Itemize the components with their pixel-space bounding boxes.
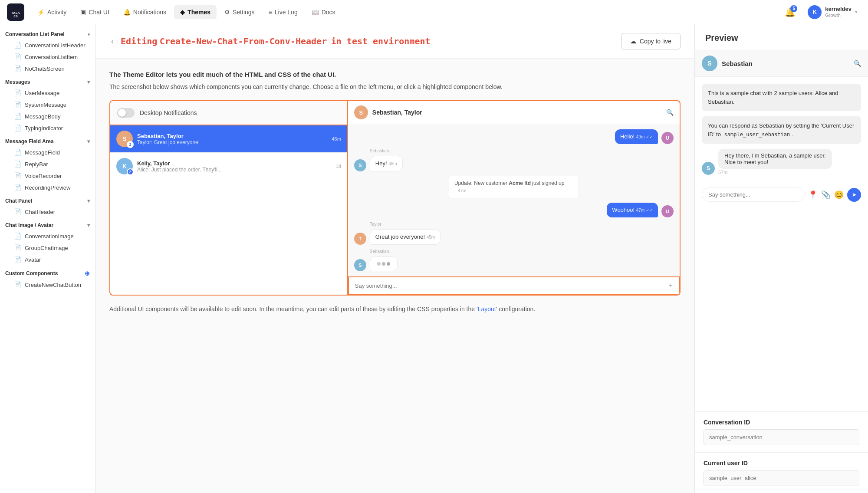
nav-item-chat-ui[interactable]: ▣ Chat UI	[74, 5, 115, 19]
message-row-left: T Taylor Great job everyone! 45m	[354, 222, 674, 245]
section-label: Chat Image / Avatar	[5, 222, 53, 228]
sidebar-item-CreateNewChatButton[interactable]: 📄 CreateNewChatButton •••	[2, 279, 93, 290]
themes-icon: ◈	[180, 9, 185, 16]
sidebar-item-RecordingPreview[interactable]: 📄 RecordingPreview •••	[2, 182, 93, 193]
conv-info: Kelly, Taylor Alice: Just placed the ord…	[137, 160, 332, 173]
nav-right: 🔔 5 K kerneldev Growth ▾	[781, 3, 861, 21]
top-navigation: TALK JS ⚡ Activity ▣ Chat UI 🔔 Notificat…	[0, 0, 868, 24]
logo: TALK JS	[7, 3, 24, 21]
item-label: Avatar	[25, 256, 41, 263]
typing-indicator-row: S Sebastian	[354, 249, 674, 271]
sidebar-section-custom[interactable]: Custom Components ⊕	[0, 266, 95, 279]
sidebar-section-messages[interactable]: Messages ▾	[0, 75, 95, 87]
activity-icon: ⚡	[37, 9, 45, 16]
conversation-list-item[interactable]: K 2 Kelly, Taylor Alice: Just placed the…	[110, 153, 347, 180]
chevron-icon: ▾	[87, 138, 90, 145]
sidebar-item-MessageField[interactable]: 📄 MessageField	[2, 147, 93, 158]
location-icon[interactable]: 📍	[808, 190, 818, 200]
desktop-notifications-toggle[interactable]	[117, 108, 135, 118]
chat-ui-icon: ▣	[80, 9, 86, 16]
page-title: Editing Create-New-Chat-From-Conv-Header…	[121, 36, 616, 46]
file-icon: 📄	[14, 244, 21, 251]
current-user-id-input[interactable]	[704, 470, 859, 486]
sidebar-section-chat-panel[interactable]: Chat Panel ▾	[0, 194, 95, 206]
sidebar-item-NoChatsScreen[interactable]: 📄 NoChatsScreen •••	[2, 63, 93, 74]
back-button[interactable]: ‹	[109, 35, 115, 48]
sidebar-section-message-field[interactable]: Message Field Area ▾	[0, 134, 95, 146]
file-icon: 📄	[14, 233, 21, 240]
sidebar-item-ReplyBar[interactable]: 📄 ReplyBar •••	[2, 158, 93, 170]
sidebar-item-ConversationImage[interactable]: 📄 ConversationImage •••	[2, 230, 93, 242]
send-button[interactable]: ➤	[847, 188, 861, 202]
conversation-list-item-active[interactable]: S 2 Sebastian, Taylor Taylor: Great job …	[110, 125, 347, 153]
conv-preview: Taylor: Great job everyone!	[137, 139, 327, 145]
content-inner: The Theme Editor lets you edit much of t…	[95, 59, 694, 326]
nav-item-settings[interactable]: ⚙ Settings	[218, 5, 261, 19]
user-info: kerneldev Growth	[825, 6, 852, 18]
file-icon: 📄	[14, 256, 21, 263]
preview-chat: S Sebastian 🔍 This is a sample chat with…	[695, 50, 868, 411]
desktop-notif-label: Desktop Notifications	[140, 109, 197, 116]
conv-preview: Alice: Just placed the order. They'll...	[137, 167, 332, 173]
search-icon[interactable]: 🔍	[666, 109, 674, 116]
sidebar-item-GroupChatImage[interactable]: 📄 GroupChatImage •••	[2, 242, 93, 253]
file-icon: 📄	[14, 53, 21, 60]
nav-item-docs[interactable]: 📖 Docs	[306, 5, 342, 19]
chat-messages: U Hello! 49m ✓✓ S Sebastian	[348, 124, 680, 276]
sidebar-item-Avatar[interactable]: 📄 Avatar •••	[2, 254, 93, 265]
message-row-right: U Hello! 49m ✓✓	[354, 129, 674, 144]
sidebar-item-ChatHeader[interactable]: 📄 ChatHeader	[2, 206, 93, 217]
file-icon: 📄	[14, 101, 21, 108]
preview-chat-header: S Sebastian 🔍	[695, 50, 868, 77]
add-component-icon[interactable]: ⊕	[85, 270, 90, 277]
chevron-icon: ▾	[88, 32, 90, 37]
nav-item-notifications[interactable]: 🔔 Notifications	[117, 5, 172, 19]
sidebar-item-TypingIndicator[interactable]: 📄 TypingIndicator •••	[2, 122, 93, 134]
sidebar-item-ConversationListHeader[interactable]: 📄 ConversationListHeader •••	[2, 39, 93, 51]
nav-item-themes[interactable]: ◈ Themes	[174, 5, 217, 19]
layout-link[interactable]: Layout	[478, 306, 496, 312]
unread-badge: 2	[127, 141, 134, 148]
conversation-id-input[interactable]	[704, 429, 859, 445]
preview-av: S	[702, 162, 715, 175]
file-icon: 📄	[14, 113, 21, 120]
preview-message-input[interactable]	[702, 187, 805, 202]
file-icon: 📄	[14, 89, 21, 96]
theme-preview: Desktop Notifications S 2 Sebastian, Tay…	[109, 100, 681, 296]
plus-icon[interactable]: +	[669, 282, 673, 289]
chat-bubble-sent: Hello! 49m ✓✓	[615, 129, 658, 144]
desktop-notifications-section: Desktop Notifications	[110, 101, 347, 125]
file-icon: 📄	[14, 208, 21, 215]
item-label: RecordingPreview	[25, 184, 71, 191]
notifications-bell[interactable]: 🔔 5	[781, 3, 799, 21]
bell-icon: 🔔	[123, 9, 131, 16]
chevron-icon: ▾	[87, 79, 90, 85]
item-label: VoiceRecorder	[25, 173, 62, 179]
section-label: Custom Components	[5, 270, 58, 276]
svg-text:JS: JS	[13, 14, 18, 18]
preview-search-icon[interactable]: 🔍	[854, 60, 861, 67]
preview-title: Preview	[695, 24, 868, 50]
nav-item-activity[interactable]: ⚡ Activity	[31, 5, 72, 19]
nav-item-live-log[interactable]: ≡ Live Log	[263, 5, 304, 19]
attachment-icon[interactable]: 📎	[821, 190, 831, 200]
file-icon: 📄	[14, 125, 21, 131]
sidebar-item-UserMessage[interactable]: 📄 UserMessage	[2, 87, 93, 99]
sidebar-item-MessageBody[interactable]: 📄 MessageBody •••	[2, 111, 93, 122]
copy-to-live-button[interactable]: ☁ Copy to live	[621, 33, 681, 49]
chat-avatar: U	[661, 205, 674, 217]
item-label: ConversationImage	[25, 233, 74, 240]
user-menu[interactable]: K kerneldev Growth ▾	[804, 3, 861, 21]
message-input[interactable]	[355, 283, 665, 289]
sidebar-item-ConversationListItem[interactable]: 📄 ConversationListItem •••	[2, 51, 93, 62]
sidebar-section-conv-list[interactable]: Conversation List Panel ▾	[0, 28, 95, 39]
preview-input-area: 📍 📎 😊 ➤	[695, 182, 868, 207]
preview-info-msg-2: You can respond as Sebastian by setting …	[702, 116, 861, 144]
sidebar-section-chat-image[interactable]: Chat Image / Avatar ▾	[0, 218, 95, 230]
emoji-icon[interactable]: 😊	[834, 190, 844, 200]
section-label: Messages	[5, 79, 30, 85]
sidebar-item-VoiceRecorder[interactable]: 📄 VoiceRecorder •••	[2, 170, 93, 181]
unread-badge: 2	[127, 168, 134, 175]
sidebar-item-SystemMessage[interactable]: 📄 SystemMessage	[2, 99, 93, 110]
chat-bubble-received: Hey! 48m	[370, 156, 403, 171]
